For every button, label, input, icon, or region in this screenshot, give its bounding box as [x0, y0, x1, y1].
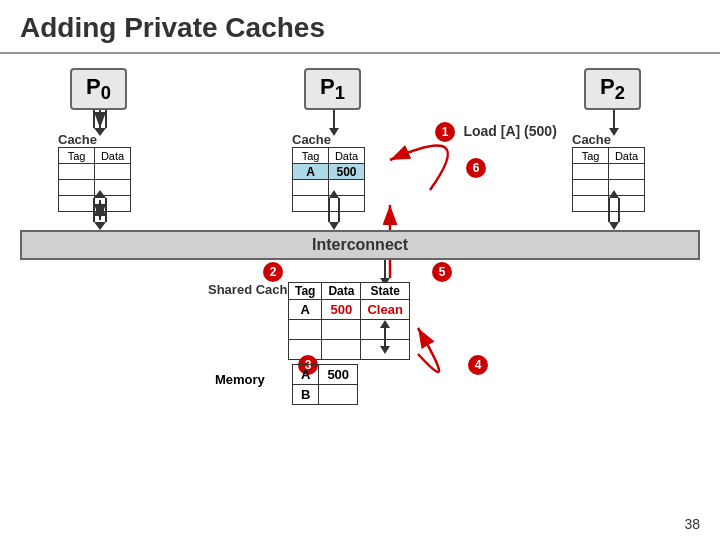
- cache-p1-table: TagData A500: [292, 147, 365, 212]
- svg-marker-13: [94, 222, 106, 230]
- interconnect-bar: Interconnect: [20, 230, 700, 260]
- cache-p2: Cache TagData: [572, 132, 645, 212]
- processor-p1: P1: [304, 68, 361, 110]
- svg-marker-27: [609, 222, 619, 230]
- cache-p2-table: TagData: [572, 147, 645, 212]
- step6-circle: 6: [466, 158, 486, 178]
- page-title: Adding Private Caches: [0, 0, 720, 54]
- step1-circle: 1: [435, 122, 455, 142]
- step5-circle: 5: [432, 262, 452, 282]
- step4-circle: 4: [468, 355, 488, 375]
- shared-cache: Shared Cache: [208, 282, 295, 299]
- slide-number: 38: [684, 516, 700, 532]
- load-label: Load [A] (500): [463, 123, 556, 139]
- memory-table-container: A 500 B: [292, 364, 358, 405]
- cache-p0-table: TagData: [58, 147, 131, 212]
- memory-label: Memory: [215, 370, 265, 388]
- cache-p1-label: Cache: [292, 132, 365, 147]
- cache-p0-label: Cache: [58, 132, 131, 147]
- memory-table: A 500 B: [292, 364, 358, 405]
- cache-p0: Cache TagData: [58, 132, 131, 212]
- processor-p0: P0: [70, 68, 127, 110]
- cache-p1: Cache TagData A500: [292, 132, 365, 212]
- shared-cache-table-container: TagDataState A 500 Clean: [288, 282, 410, 360]
- step2-circle: 2: [263, 262, 283, 282]
- load-annotation: 1 Load [A] (500): [435, 122, 557, 142]
- svg-marker-20: [329, 222, 339, 230]
- main-content: P0 Cache TagData P1 Cache TagData A500 P…: [0, 60, 720, 540]
- processor-p2: P2: [584, 68, 641, 110]
- shared-cache-table: TagDataState A 500 Clean: [288, 282, 410, 360]
- shared-cache-label: Shared Cache: [208, 282, 295, 297]
- cache-p2-label: Cache: [572, 132, 645, 147]
